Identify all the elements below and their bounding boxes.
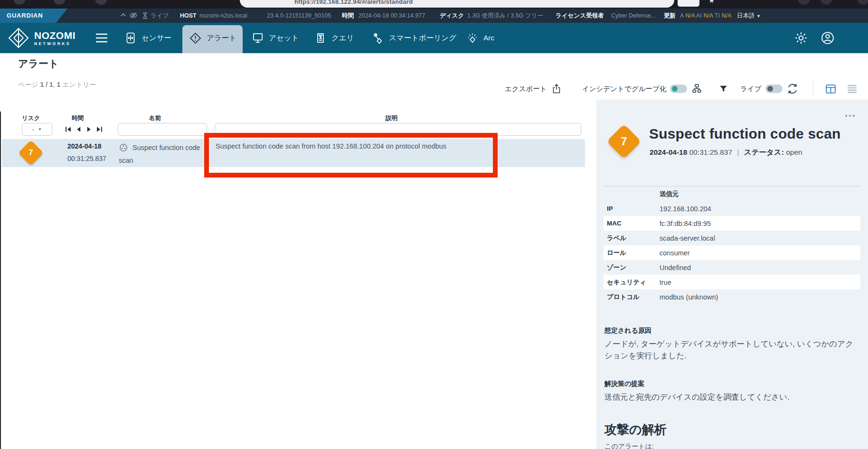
language-selector[interactable]: 日本語 ▼ bbox=[737, 9, 761, 23]
list-view-button[interactable] bbox=[846, 82, 858, 96]
pager-next-icon[interactable] bbox=[85, 126, 93, 133]
filter-funnel-icon[interactable] bbox=[719, 82, 728, 96]
panel-date: 2024-04-18 bbox=[650, 148, 687, 156]
tab-queries-label: クエリ bbox=[331, 33, 354, 43]
smart-polling-icon bbox=[371, 32, 384, 45]
nozomi-diamond-icon bbox=[8, 27, 29, 49]
col-header-risk[interactable]: リスク bbox=[22, 114, 40, 122]
export-icon bbox=[551, 83, 562, 94]
tab-alerts-label: アラート bbox=[207, 33, 236, 43]
refresh-icon[interactable] bbox=[786, 83, 799, 95]
brand-line2: NETWORKS bbox=[34, 42, 75, 46]
sensor-icon bbox=[124, 32, 137, 44]
tab-queries[interactable]: クエリ bbox=[314, 23, 354, 53]
pager-prev-icon[interactable] bbox=[75, 126, 82, 133]
account-icon[interactable] bbox=[821, 23, 835, 53]
hierarchy-icon bbox=[691, 83, 703, 95]
tab-smart-polling[interactable]: スマートポーリング bbox=[371, 23, 456, 53]
detail-row-ip: IP192.168.100.204 bbox=[604, 201, 860, 216]
live-control: ライブ bbox=[740, 82, 799, 96]
detail-row-protocol: プロトコルmodbus (unknown) bbox=[604, 290, 860, 304]
risk-badge: 7 bbox=[18, 140, 44, 166]
hamburger-menu-icon[interactable] bbox=[95, 23, 108, 53]
cause-body: ノードが, ターゲットデバイスがサポートしていない, いくつかのアクションを実行… bbox=[604, 338, 860, 362]
browser-home-button[interactable] bbox=[95, 0, 107, 5]
tab-arc-label: Arc bbox=[483, 34, 494, 42]
split-view-button[interactable] bbox=[825, 82, 837, 96]
language-label: 日本語 bbox=[737, 12, 755, 19]
pager-last-icon[interactable] bbox=[96, 126, 103, 133]
alert-name-cell: Suspect function code scan bbox=[119, 141, 201, 167]
attack-analysis-body: このアラートは: bbox=[604, 442, 654, 449]
updates-label: 更新 bbox=[664, 12, 676, 19]
remediation-heading: 解決策の提案 bbox=[604, 380, 644, 388]
risk-filter-select[interactable]: - ▼ bbox=[22, 123, 52, 136]
panel-title: Suspect function code scan bbox=[649, 126, 841, 142]
settings-gear-icon[interactable] bbox=[794, 23, 808, 53]
live-status: ライブ bbox=[142, 9, 169, 23]
panel-dateline: 2024-04-18 00:31:25.837 | ステータス: open bbox=[650, 148, 802, 158]
tab-sensors[interactable]: センサー bbox=[124, 23, 171, 53]
time-label: 時間 bbox=[342, 12, 354, 19]
tab-smart-polling-label: スマートポーリング bbox=[389, 33, 456, 43]
export-button[interactable]: エクスポート bbox=[505, 82, 562, 96]
live-toggle[interactable] bbox=[765, 84, 783, 93]
col-header-name[interactable]: 名前 bbox=[149, 114, 161, 122]
brand-line1: NOZOMI bbox=[34, 30, 75, 40]
screen: https://192.168.122.94/#/alerts/standard… bbox=[0, 0, 868, 449]
detail-row-security: セキュリティtrue bbox=[604, 275, 860, 290]
browser-extensions-button[interactable] bbox=[798, 0, 810, 5]
col-header-time[interactable]: 時間 bbox=[72, 114, 84, 122]
browser-chrome: https://192.168.122.94/#/alerts/standard… bbox=[0, 0, 868, 9]
panel-risk-badge: 7 bbox=[606, 124, 642, 159]
group-by-label: インシデントでグループ化 bbox=[582, 84, 666, 94]
alert-detail-panel: 7 Suspect function code scan 2024-04-18 … bbox=[596, 100, 868, 449]
details-header-row: 送信元 bbox=[604, 187, 860, 201]
panel-details-table: 送信元 IP192.168.100.204 MACfc:3f:db:84:d9:… bbox=[604, 186, 860, 304]
browser-back-button[interactable] bbox=[13, 0, 26, 5]
browser-profile-button[interactable] bbox=[820, 0, 832, 5]
time-value: 2024-04-18 00:34:14.977 bbox=[359, 9, 425, 23]
collapse-chevron-up-icon[interactable] bbox=[120, 13, 126, 17]
version-value: 23.4.0-12151139_50105 bbox=[267, 9, 331, 23]
alert-date: 2024-04-18 bbox=[67, 142, 102, 150]
group-by-toggle[interactable] bbox=[670, 84, 687, 93]
scan-type-icon bbox=[119, 143, 128, 152]
tab-sensors-label: センサー bbox=[142, 33, 171, 43]
nozomi-logo[interactable]: NOZOMI NETWORKS bbox=[8, 23, 75, 53]
alert-time: 00:31:25.837 bbox=[67, 155, 106, 162]
bookmark-star-icon[interactable]: ★ bbox=[708, 0, 715, 5]
browser-reload-button[interactable] bbox=[53, 0, 66, 5]
pager-first-icon[interactable] bbox=[65, 126, 72, 133]
col-header-description[interactable]: 説明 bbox=[386, 114, 397, 122]
detail-row-mac: MACfc:3f:db:84:d9:95 bbox=[604, 216, 860, 231]
browser-url-text: https://192.168.122.94/#/alerts/standard bbox=[294, 0, 413, 5]
tab-arc[interactable]: Arc bbox=[466, 23, 494, 53]
browser-menu-button[interactable] bbox=[857, 0, 868, 5]
time-pager bbox=[65, 126, 103, 133]
panel-menu-dots[interactable] bbox=[845, 115, 855, 117]
toolbar-divider bbox=[813, 81, 813, 96]
browser-zoom-chip[interactable] bbox=[678, 0, 699, 7]
cause-heading: 想定される原因 bbox=[604, 327, 651, 335]
caret-down-icon: ▼ bbox=[38, 127, 42, 131]
detail-row-zone: ゾーンUndefined bbox=[604, 260, 860, 275]
host-value: nozomi-n2os.local bbox=[199, 9, 247, 23]
pagination-info: ページ 1 / 1, 1 エントリー bbox=[18, 81, 96, 89]
status-bar: GUARDIAN ライブ HOST nozomi-n2os.local 23.4… bbox=[0, 9, 868, 23]
name-filter-input[interactable] bbox=[118, 123, 207, 136]
detail-row-role: ロールconsumer bbox=[604, 245, 860, 260]
detail-row-label: ラベルscada-server.local bbox=[604, 231, 860, 245]
tab-alerts[interactable]: アラート bbox=[189, 23, 236, 53]
panel-status-value: open bbox=[786, 148, 802, 156]
group-by-incident-control: インシデントでグループ化 bbox=[582, 82, 703, 96]
live-toggle-label: ライブ bbox=[740, 84, 762, 94]
highlight-annotation-box bbox=[204, 133, 498, 178]
eye-off-icon[interactable] bbox=[130, 12, 137, 19]
tab-assets-label: アセット bbox=[269, 33, 299, 43]
alerts-table: リスク 時間 名前 説明 - ▼ 7 2024-04-18 00:31:25.8… bbox=[0, 112, 585, 449]
caret-down-icon: ▼ bbox=[756, 14, 761, 19]
remediation-body: 送信元と宛先のデバイスの設定を調査してください. bbox=[604, 391, 860, 403]
page-title: アラート bbox=[18, 57, 58, 70]
tab-assets[interactable]: アセット bbox=[252, 23, 299, 53]
